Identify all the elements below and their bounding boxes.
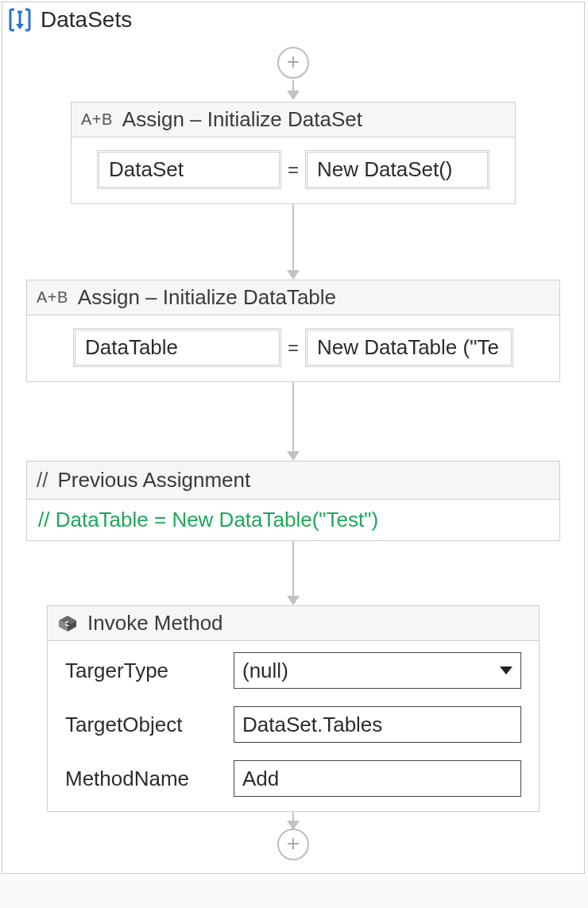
target-type-dropdown[interactable]: (null) [234, 652, 521, 689]
equals-label: = [286, 337, 300, 359]
workflow-title: DataSets [41, 7, 132, 33]
target-object-input[interactable]: DataSet.Tables [234, 706, 521, 743]
method-name-label: MethodName [65, 767, 224, 791]
activity-header[interactable]: A+B Assign – Initialize DataTable [27, 280, 559, 315]
comment-badge-icon: // [37, 468, 48, 493]
activity-title: Invoke Method [87, 611, 223, 636]
sequence-icon [7, 8, 33, 32]
assign-to-input[interactable]: DataTable [73, 328, 281, 367]
activity-header[interactable]: // Previous Assignment [27, 462, 559, 500]
connector-arrow [287, 541, 300, 605]
activity-title: Assign – Initialize DataSet [122, 107, 362, 132]
assign-value-input[interactable]: New DataSet() [305, 150, 489, 189]
assign-badge-icon: A+B [37, 288, 68, 307]
workflow-body: + A+B Assign – Initialize DataSet DataSe… [2, 36, 584, 867]
chevron-down-icon [500, 667, 513, 674]
connector-arrow [287, 382, 300, 461]
workflow-header[interactable]: DataSets [2, 2, 584, 36]
add-activity-top-button[interactable]: + [277, 47, 309, 79]
activity-assign-initialize-dataset[interactable]: A+B Assign – Initialize DataSet DataSet … [71, 102, 516, 204]
activity-title: Previous Assignment [57, 468, 250, 493]
connector-arrow [287, 812, 300, 830]
assign-to-input[interactable]: DataSet [97, 150, 281, 189]
activity-title: Assign – Initialize DataTable [78, 285, 336, 310]
activity-comment-previous-assignment[interactable]: // Previous Assignment // DataTable = Ne… [26, 461, 560, 541]
assign-row: DataSet = New DataSet() [89, 150, 497, 189]
activity-header[interactable]: A+B Assign – Initialize DataSet [72, 102, 515, 137]
activity-body: DataTable = New DataTable ("Te [27, 315, 559, 381]
assign-value-input[interactable]: New DataTable ("Te [305, 328, 513, 367]
method-name-value: Add [242, 767, 279, 791]
activity-invoke-method[interactable]: Invoke Method TargerType (null) TargetOb… [47, 605, 540, 812]
activity-header[interactable]: Invoke Method [48, 606, 539, 641]
workflow-sequence[interactable]: DataSets + A+B Assign – Initialize DataS… [2, 2, 585, 874]
invoke-method-icon [57, 614, 78, 633]
target-type-value: (null) [242, 659, 288, 683]
equals-label: = [286, 159, 300, 181]
target-object-value: DataSet.Tables [242, 713, 382, 737]
target-object-label: TargetObject [65, 713, 224, 737]
comment-text[interactable]: // DataTable = New DataTable("Test") [27, 500, 559, 540]
method-name-input[interactable]: Add [234, 760, 521, 797]
connector-arrow [287, 80, 300, 100]
activity-assign-initialize-datatable[interactable]: A+B Assign – Initialize DataTable DataTa… [26, 280, 560, 382]
activity-body: DataSet = New DataSet() [72, 137, 515, 203]
assign-badge-icon: A+B [81, 110, 113, 129]
plus-icon: + [287, 51, 300, 73]
target-type-label: TargerType [65, 659, 224, 683]
plus-icon: + [287, 833, 300, 855]
activity-body: TargerType (null) TargetObject DataSet.T… [48, 641, 539, 811]
add-activity-bottom-button[interactable]: + [277, 829, 309, 860]
connector-arrow [287, 204, 300, 280]
assign-row: DataTable = New DataTable ("Te [44, 328, 542, 367]
